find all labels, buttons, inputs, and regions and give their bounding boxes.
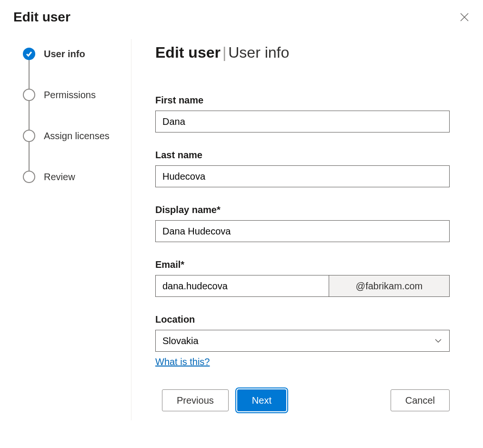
close-icon[interactable] — [460, 13, 469, 21]
location-value[interactable] — [155, 330, 450, 352]
panel-title: Edit user — [13, 10, 70, 25]
step-label: Review — [44, 172, 75, 183]
next-button[interactable]: Next — [237, 389, 286, 411]
field-location: Location What is this? — [155, 314, 450, 367]
step-label: User info — [44, 49, 85, 60]
checkmark-icon — [23, 48, 35, 60]
step-user-info[interactable]: User info — [23, 48, 131, 60]
circle-icon — [23, 89, 35, 101]
email-domain: @fabrikam.com — [329, 275, 450, 297]
step-connector — [29, 101, 30, 130]
panel-header: Edit user — [0, 0, 483, 30]
step-label: Permissions — [44, 90, 96, 101]
button-row: Previous Next Cancel — [155, 389, 450, 411]
location-label: Location — [155, 314, 450, 325]
display-name-label: Display name* — [155, 204, 450, 215]
display-name-input[interactable] — [155, 220, 450, 242]
cancel-button[interactable]: Cancel — [391, 389, 450, 411]
step-label: Assign licenses — [44, 131, 110, 142]
first-name-input[interactable] — [155, 111, 450, 132]
first-name-label: First name — [155, 95, 450, 106]
heading-main: Edit user — [155, 44, 221, 61]
step-connector — [29, 142, 30, 171]
field-display-name: Display name* — [155, 204, 450, 242]
email-input[interactable] — [155, 275, 329, 297]
heading-sub: User info — [228, 44, 289, 61]
form-panel: Edit user|User info First name Last name… — [131, 39, 483, 420]
field-email: Email* @fabrikam.com — [155, 259, 450, 297]
step-connector — [29, 60, 30, 89]
last-name-label: Last name — [155, 150, 450, 161]
location-help-link[interactable]: What is this? — [155, 356, 210, 367]
previous-button[interactable]: Previous — [162, 389, 229, 411]
last-name-input[interactable] — [155, 165, 450, 187]
step-permissions[interactable]: Permissions — [23, 89, 131, 101]
field-last-name: Last name — [155, 150, 450, 187]
step-assign-licenses[interactable]: Assign licenses — [23, 130, 131, 142]
page-heading: Edit user|User info — [155, 44, 450, 61]
wizard-steps: User info Permissions Assign licenses Re… — [0, 39, 131, 420]
location-select[interactable] — [155, 330, 450, 352]
step-review[interactable]: Review — [23, 171, 131, 183]
email-label: Email* — [155, 259, 450, 270]
circle-icon — [23, 171, 35, 183]
field-first-name: First name — [155, 95, 450, 132]
circle-icon — [23, 130, 35, 142]
